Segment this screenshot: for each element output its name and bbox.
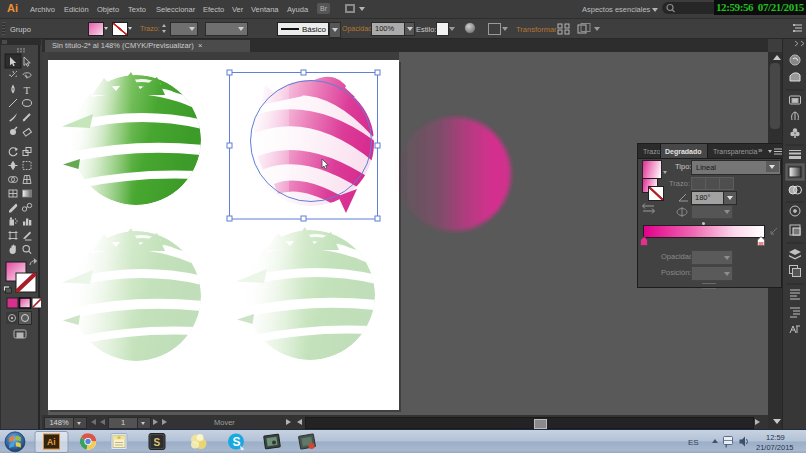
svg-text:S: S (233, 435, 241, 449)
svg-text:T: T (24, 84, 31, 96)
svg-text:Ai: Ai (47, 437, 56, 447)
svg-text:S: S (154, 437, 161, 448)
svg-text:12:59: 12:59 (766, 433, 785, 442)
svg-text:ES: ES (688, 438, 699, 447)
svg-text:21/07/2015: 21/07/2015 (756, 443, 794, 452)
